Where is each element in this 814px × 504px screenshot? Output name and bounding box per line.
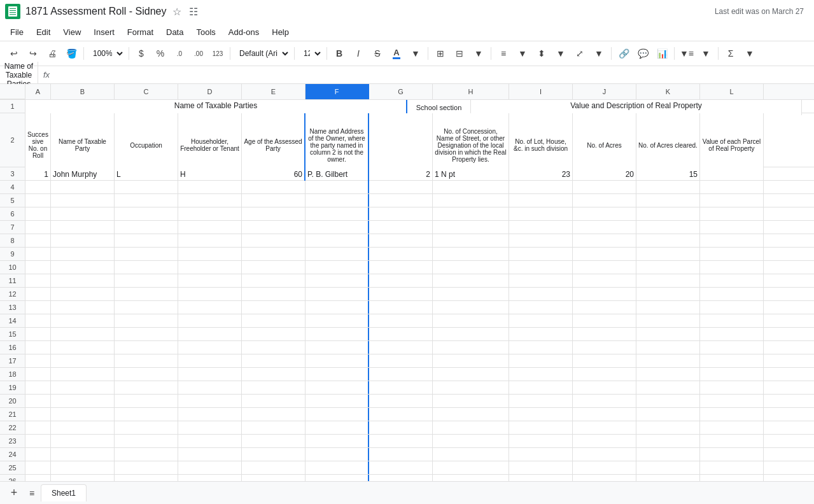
cell-c3[interactable]: L <box>115 167 178 181</box>
cell-l15[interactable] <box>700 328 764 340</box>
cell-f22[interactable] <box>305 421 369 434</box>
cell-e6[interactable] <box>242 207 305 220</box>
functions-dropdown[interactable]: ▼ <box>741 45 759 62</box>
cell-a18[interactable] <box>25 368 51 381</box>
cell-a23[interactable] <box>25 435 51 447</box>
folder-icon[interactable]: ☷ <box>189 6 198 18</box>
cell-j5[interactable] <box>573 194 636 207</box>
cell-h7[interactable] <box>433 221 509 234</box>
cell-a19[interactable] <box>25 381 51 394</box>
cell-f12[interactable] <box>305 288 369 300</box>
cell-c12[interactable] <box>115 288 178 300</box>
cell-a12[interactable] <box>25 288 51 300</box>
row-num-20[interactable]: 20 <box>0 395 25 407</box>
col-header-k[interactable]: K <box>636 84 700 99</box>
cell-f20[interactable] <box>305 395 369 407</box>
cell-d20[interactable] <box>178 395 242 407</box>
cell-g21[interactable] <box>369 408 433 421</box>
row-num-25[interactable]: 25 <box>0 461 25 474</box>
row-num-11[interactable]: 11 <box>0 274 25 287</box>
cell-f5[interactable] <box>305 194 369 207</box>
row-num-5[interactable]: 5 <box>0 194 25 207</box>
col-header-c[interactable]: C <box>115 84 178 99</box>
cell-f24[interactable] <box>305 448 369 461</box>
cell-d7[interactable] <box>178 221 242 234</box>
menu-file[interactable]: File <box>5 26 29 38</box>
cell-l19[interactable] <box>700 381 764 394</box>
cell-k10[interactable] <box>636 261 700 274</box>
cell-a13[interactable] <box>25 301 51 314</box>
cell-e4[interactable] <box>242 181 305 193</box>
cell-j9[interactable] <box>573 248 636 260</box>
cell-c5[interactable] <box>115 194 178 207</box>
cell-j7[interactable] <box>573 221 636 234</box>
cell-a17[interactable] <box>25 354 51 367</box>
cell-a7[interactable] <box>25 221 51 234</box>
cell-c15[interactable] <box>115 328 178 340</box>
paint-format-button[interactable]: 🪣 <box>62 45 80 62</box>
cell-h23[interactable] <box>433 435 509 447</box>
row-num-8[interactable]: 8 <box>0 234 25 247</box>
cell-e18[interactable] <box>242 368 305 381</box>
cell-b3[interactable]: John Murphy <box>51 167 115 181</box>
cell-g14[interactable] <box>369 314 433 327</box>
cell-a20[interactable] <box>25 395 51 407</box>
cell-d8[interactable] <box>178 234 242 247</box>
comment-button[interactable]: 💬 <box>634 45 652 62</box>
cell-a6[interactable] <box>25 207 51 220</box>
cell-d24[interactable] <box>178 448 242 461</box>
decimal-increase-button[interactable]: .00 <box>190 45 207 62</box>
cell-k21[interactable] <box>636 408 700 421</box>
cell-j12[interactable] <box>573 288 636 300</box>
cell-a22[interactable] <box>25 421 51 434</box>
cell-g15[interactable] <box>369 328 433 340</box>
cell-k19[interactable] <box>636 381 700 394</box>
cell-h11[interactable] <box>433 274 509 287</box>
cell-b14[interactable] <box>51 314 115 327</box>
cell-e17[interactable] <box>242 354 305 367</box>
cell-d5[interactable] <box>178 194 242 207</box>
row-num-19[interactable]: 19 <box>0 381 25 394</box>
cell-i18[interactable] <box>509 368 573 381</box>
cell-b23[interactable] <box>51 435 115 447</box>
cell-c4[interactable] <box>115 181 178 193</box>
cell-i15[interactable] <box>509 328 573 340</box>
decimal-decrease-button[interactable]: .0 <box>171 45 188 62</box>
print-button[interactable]: 🖨 <box>43 45 61 62</box>
menu-addons[interactable]: Add-ons <box>223 26 264 38</box>
cell-h18[interactable] <box>433 368 509 381</box>
cell-i3[interactable]: 23 <box>509 167 573 181</box>
cell-e10[interactable] <box>242 261 305 274</box>
cell-c7[interactable] <box>115 221 178 234</box>
filter-dropdown[interactable]: ▼ <box>697 45 715 62</box>
cell-k17[interactable] <box>636 354 700 367</box>
cell-e11[interactable] <box>242 274 305 287</box>
cell-f15[interactable] <box>305 328 369 340</box>
cell-g5[interactable] <box>369 194 433 207</box>
cell-j24[interactable] <box>573 448 636 461</box>
cell-h6[interactable] <box>433 207 509 220</box>
cell-l16[interactable] <box>700 341 764 354</box>
cell-b8[interactable] <box>51 234 115 247</box>
cell-k5[interactable] <box>636 194 700 207</box>
cell-k9[interactable] <box>636 248 700 260</box>
cell-b11[interactable] <box>51 274 115 287</box>
cell-j19[interactable] <box>573 381 636 394</box>
cell-d25[interactable] <box>178 461 242 474</box>
cell-i19[interactable] <box>509 381 573 394</box>
cell-h17[interactable] <box>433 354 509 367</box>
cell-b4[interactable] <box>51 181 115 193</box>
cell-h21[interactable] <box>433 408 509 421</box>
cell-b12[interactable] <box>51 288 115 300</box>
cell-j25[interactable] <box>573 461 636 474</box>
cell-c22[interactable] <box>115 421 178 434</box>
cell-j4[interactable] <box>573 181 636 193</box>
filter-button[interactable]: ▼≡ <box>678 45 696 62</box>
row-num-16[interactable]: 16 <box>0 341 25 354</box>
cell-i6[interactable] <box>509 207 573 220</box>
cell-f4[interactable] <box>305 181 369 193</box>
cell-i25[interactable] <box>509 461 573 474</box>
cell-e15[interactable] <box>242 328 305 340</box>
cell-a10[interactable] <box>25 261 51 274</box>
cell-f16[interactable] <box>305 341 369 354</box>
